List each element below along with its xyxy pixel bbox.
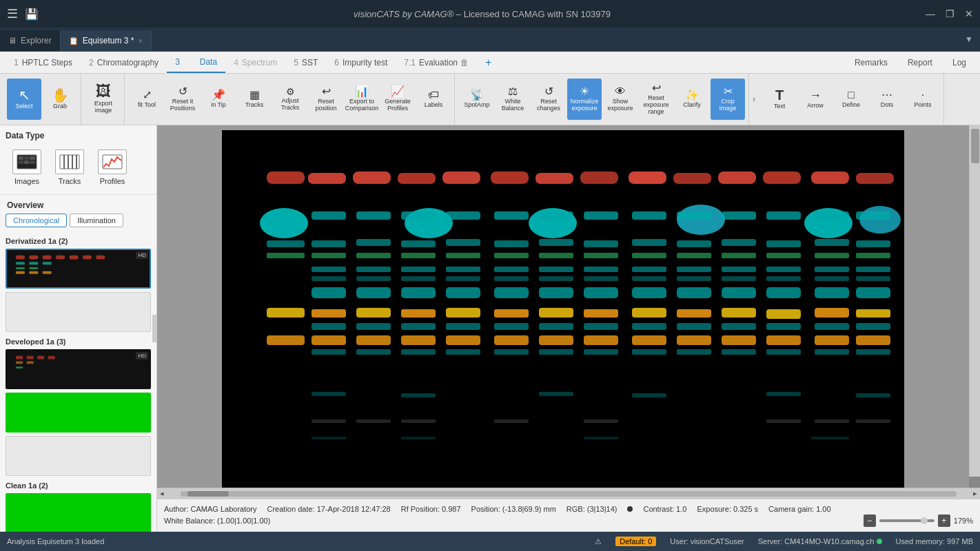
in-tip-button[interactable]: 📌 in Tip — [201, 79, 236, 120]
svg-rect-46 — [629, 171, 666, 184]
step-add[interactable]: + — [477, 52, 500, 73]
delete-icon[interactable]: 🗑 — [460, 58, 469, 67]
svg-rect-192 — [312, 392, 346, 396]
step-5[interactable]: 5SST — [285, 52, 326, 73]
normalize-exposure-button[interactable]: ☀ Normalize exposure — [567, 79, 602, 120]
step-remarks[interactable]: Remarks — [846, 58, 896, 67]
fit-tool-button[interactable]: ⤢ fit Tool — [130, 79, 164, 120]
svg-rect-35 — [26, 361, 33, 364]
warning-badge: Default: 0 — [615, 537, 656, 546]
thumbnail-developed-1[interactable]: HD — [6, 349, 151, 389]
reset-changes-button[interactable]: ↺ Reset changes — [531, 79, 566, 120]
svg-rect-123 — [766, 267, 801, 272]
thumbnail-clean-1[interactable] — [6, 493, 151, 532]
svg-rect-121 — [677, 267, 711, 272]
zoom-slider[interactable] — [879, 519, 935, 522]
toolbar: ↖ Select ✋ Grab 🖼 Export image ⤢ fit Too… — [0, 74, 980, 125]
thumbnail-developed-3[interactable] — [6, 436, 151, 476]
svg-rect-153 — [356, 323, 391, 330]
tab-chronological[interactable]: Chronological — [6, 214, 67, 227]
zoom-out-button[interactable]: − — [864, 514, 876, 527]
text-button[interactable]: T Text — [762, 79, 797, 120]
tracks-button[interactable]: ▦ Tracks — [237, 79, 272, 120]
v-scroll-thumb[interactable] — [971, 129, 979, 163]
white-balance-button[interactable]: ⚖ White Balance — [496, 79, 530, 120]
step-4[interactable]: 4Spectrum — [225, 52, 285, 73]
svg-rect-77 — [539, 239, 573, 246]
svg-rect-195 — [632, 393, 666, 397]
step-2[interactable]: 2Chromatography — [81, 52, 167, 73]
step-3[interactable]: 3 — [167, 52, 192, 73]
arrow-button[interactable]: → Arrow — [798, 79, 833, 120]
h-scrollbar[interactable]: ◂ ▸ — [157, 488, 980, 499]
svg-rect-102 — [401, 309, 436, 318]
tab-bar: 🖥 Explorer 📋 Equisetum 3 * × ▼ — [0, 28, 980, 52]
clarify-button[interactable]: ✨ Clarify — [675, 79, 709, 120]
save-icon[interactable]: 💾 — [25, 8, 39, 21]
thumbnail-developed-2[interactable] — [6, 393, 151, 433]
spotamp-button[interactable]: 📡 SpotAmp — [460, 79, 494, 120]
svg-rect-201 — [494, 419, 529, 423]
toolbar-expand[interactable]: › — [751, 94, 757, 104]
maximize-button[interactable]: ❐ — [946, 8, 955, 19]
reset-positions-button[interactable]: ↺ Reset it Positions — [165, 79, 200, 120]
zoom-in-button[interactable]: + — [938, 514, 950, 527]
step-7[interactable]: 7.1Evaluation 🗑 — [396, 52, 477, 73]
step-6[interactable]: 6Impurity test — [326, 52, 396, 73]
reset-position-button[interactable]: ↩ Reset position — [309, 79, 343, 120]
generate-profiles-button[interactable]: 📈 Generate Profiles — [380, 79, 415, 120]
v-scrollbar[interactable] — [969, 125, 980, 477]
export-comparison-button[interactable]: 📊 Export to Comparison — [345, 79, 379, 120]
svg-rect-36 — [16, 366, 23, 368]
tracks-label: Tracks — [245, 102, 264, 109]
image-canvas[interactable] — [157, 125, 980, 488]
thumbnail-derivatized-1[interactable]: HD — [6, 249, 151, 289]
points-button[interactable]: · Points — [906, 79, 940, 120]
step-data[interactable]: Data — [192, 52, 225, 73]
tab-equisetum[interactable]: 📋 Equisetum 3 * × — [61, 30, 152, 51]
dots-button[interactable]: ⋯ Dots — [870, 79, 904, 120]
svg-rect-147 — [677, 287, 711, 298]
zoom-slider-thumb[interactable] — [921, 517, 928, 524]
thumbnail-derivatized-2[interactable] — [6, 292, 151, 332]
svg-rect-86 — [312, 253, 346, 258]
adjust-button[interactable]: ⚙ Adjust Tracks — [273, 79, 307, 120]
define-button[interactable]: □ Define — [834, 79, 868, 120]
tab-explorer[interactable]: 🖥 Explorer — [0, 30, 61, 51]
reset-exposure-button[interactable]: ↩ Reset exposure range — [639, 79, 673, 120]
step-log[interactable]: Log — [944, 58, 974, 67]
select-button[interactable]: ↖ Select — [7, 79, 41, 120]
profiles-graphic — [98, 149, 127, 174]
show-exposure-button[interactable]: 👁 Show exposure — [603, 79, 637, 120]
svg-rect-94 — [677, 253, 711, 258]
tab-illumination[interactable]: Illumination — [70, 214, 123, 227]
status-exposure: Exposure: 0.325 s — [697, 505, 758, 513]
export-image-button[interactable]: 🖼 Export image — [86, 79, 121, 120]
step-1[interactable]: 1HPTLC Steps — [6, 52, 81, 73]
close-button[interactable]: ✕ — [965, 8, 973, 19]
bottom-bar: Analysis Equisetum 3 loaded ⚠ Default: 0… — [0, 532, 980, 551]
svg-rect-19 — [83, 256, 92, 260]
labels-button[interactable]: 🏷 Labels — [416, 79, 451, 120]
crop-image-button[interactable]: ✂ Crop image — [711, 79, 745, 120]
memory-info: Used memory: 997 MB — [896, 537, 973, 545]
svg-rect-140 — [356, 287, 391, 298]
step-report[interactable]: Report — [899, 58, 941, 67]
svg-rect-175 — [722, 335, 756, 345]
tab-dropdown[interactable]: ▼ — [958, 34, 980, 44]
in-tip-label: in Tip — [211, 102, 226, 109]
h-scroll-thumb[interactable] — [187, 491, 229, 497]
grab-button[interactable]: ✋ Grab — [43, 79, 77, 120]
svg-rect-43 — [491, 171, 529, 184]
data-type-tracks[interactable]: Tracks — [52, 146, 88, 189]
data-type-profiles[interactable]: Profiles — [94, 146, 130, 189]
sidebar-collapse-handle[interactable]: ‹ — [152, 315, 157, 342]
menu-icon[interactable]: ☰ — [7, 6, 18, 21]
svg-rect-75 — [446, 239, 480, 246]
minimize-button[interactable]: — — [926, 8, 935, 19]
group-derivatized: Derivatized 1a (2) — [6, 237, 151, 245]
adjust-icon: ⚙ — [286, 87, 295, 96]
svg-rect-167 — [356, 335, 391, 345]
data-type-images[interactable]: Images — [9, 146, 45, 189]
tab-close-button[interactable]: × — [138, 37, 142, 45]
